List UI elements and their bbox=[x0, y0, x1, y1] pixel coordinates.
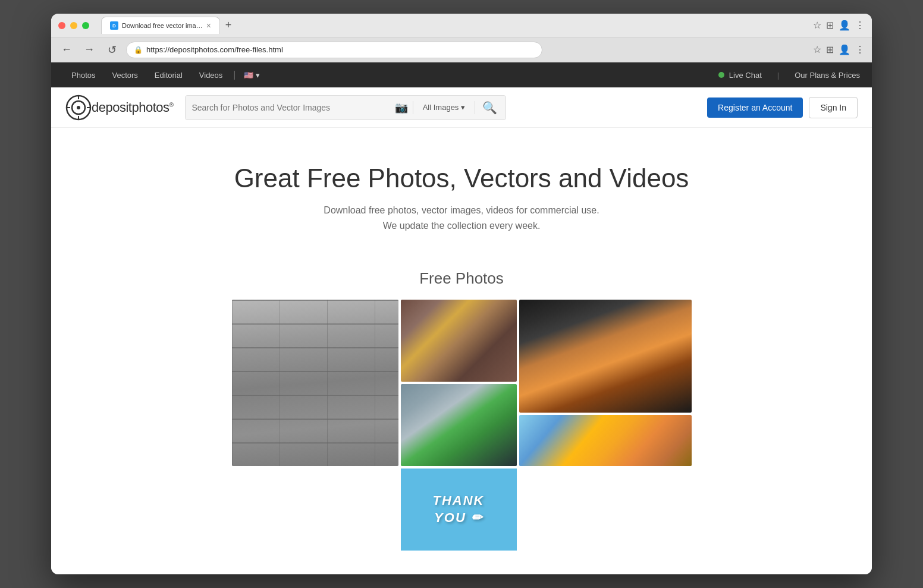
header-right: Register an Account Sign In bbox=[707, 97, 858, 118]
title-bar-actions: ☆ ⊞ 👤 ⋮ bbox=[813, 20, 865, 31]
camera-icon[interactable]: 📷 bbox=[395, 101, 408, 114]
svg-point-2 bbox=[77, 106, 80, 109]
tab-favicon: D bbox=[110, 21, 118, 30]
nav-videos[interactable]: Videos bbox=[191, 62, 231, 87]
layers-icon[interactable]: ⊞ bbox=[826, 20, 834, 31]
hero-title: Great Free Photos, Vectors and Videos bbox=[63, 163, 860, 193]
logo[interactable]: depositphotos® bbox=[65, 95, 173, 121]
address-actions: ☆ ⊞ 👤 ⋮ bbox=[813, 44, 865, 55]
profile-icon[interactable]: 👤 bbox=[839, 44, 850, 55]
search-divider-1 bbox=[413, 101, 413, 114]
search-bar[interactable]: 📷 All Images ▾ 🔍 bbox=[185, 95, 506, 120]
minimize-button[interactable] bbox=[70, 22, 77, 29]
search-button[interactable]: 🔍 bbox=[480, 100, 500, 115]
language-selector[interactable]: 🇺🇸 ▾ bbox=[238, 71, 266, 80]
site-header: depositphotos® 📷 All Images ▾ 🔍 Register… bbox=[51, 87, 872, 128]
menu-icon[interactable]: ⋮ bbox=[855, 20, 865, 31]
woman-image bbox=[401, 384, 517, 466]
photo-family[interactable] bbox=[519, 415, 692, 466]
nav-right: Live Chat | Our Plans & Prices bbox=[718, 62, 860, 87]
photo-coffee[interactable] bbox=[401, 300, 517, 382]
photo-stone-wall[interactable] bbox=[232, 300, 398, 466]
back-button[interactable]: ← bbox=[58, 42, 75, 58]
coffee-image bbox=[401, 300, 517, 382]
title-bar: D Download free vector images × + ☆ ⊞ 👤 … bbox=[51, 14, 872, 37]
bookmark-icon[interactable]: ☆ bbox=[813, 44, 821, 55]
forward-button[interactable]: → bbox=[81, 42, 98, 58]
free-photos-title: Free Photos bbox=[51, 269, 872, 288]
logo-icon bbox=[65, 95, 92, 121]
hero-section: Great Free Photos, Vectors and Videos Do… bbox=[51, 128, 872, 251]
thankyou-image: THANKYOU ✏ bbox=[433, 492, 485, 526]
live-chat-indicator bbox=[718, 72, 724, 78]
site-content: depositphotos® 📷 All Images ▾ 🔍 Register… bbox=[51, 87, 872, 574]
new-tab-button[interactable]: + bbox=[220, 17, 237, 34]
close-button[interactable] bbox=[58, 22, 65, 29]
flag-icon: 🇺🇸 bbox=[244, 71, 253, 80]
address-text: https://depositphotos.com/free-files.htm… bbox=[146, 45, 535, 54]
site-navigation: Photos Vectors Editorial Videos | 🇺🇸 ▾ L… bbox=[51, 62, 872, 87]
plans-prices-link[interactable]: Our Plans & Prices bbox=[786, 62, 860, 87]
search-input[interactable] bbox=[191, 103, 390, 112]
avatar-icon[interactable]: 👤 bbox=[839, 20, 850, 31]
tab-close-icon[interactable]: × bbox=[206, 21, 211, 30]
photo-soup[interactable] bbox=[519, 300, 692, 413]
register-account-button[interactable]: Register an Account bbox=[707, 98, 803, 118]
nav-editorial[interactable]: Editorial bbox=[146, 62, 191, 87]
nav-divider: | bbox=[233, 70, 236, 80]
search-type-dropdown[interactable]: All Images ▾ bbox=[418, 103, 470, 112]
refresh-button[interactable]: ↺ bbox=[103, 42, 120, 58]
photo-woman[interactable] bbox=[401, 384, 517, 466]
soup-image bbox=[519, 300, 692, 413]
maximize-button[interactable] bbox=[82, 22, 89, 29]
nav-photos[interactable]: Photos bbox=[63, 62, 103, 87]
nav-right-divider: | bbox=[777, 71, 779, 80]
extensions-icon[interactable]: ⊞ bbox=[826, 44, 834, 55]
hero-subtitle-line1: Download free photos, vector images, vid… bbox=[324, 205, 599, 215]
star-icon[interactable]: ☆ bbox=[813, 20, 821, 31]
search-dropdown-label: All Images bbox=[423, 103, 459, 112]
photo-grid: THANKYOU ✏ bbox=[51, 300, 872, 574]
nav-vectors[interactable]: Vectors bbox=[103, 62, 146, 87]
dropdown-arrow-icon: ▾ bbox=[461, 103, 465, 112]
hero-subtitle-line2: We update the collection every week. bbox=[383, 221, 541, 231]
photo-small-column: THANKYOU ✏ bbox=[401, 300, 517, 551]
flag-arrow: ▾ bbox=[256, 71, 260, 80]
tab-bar: D Download free vector images × + bbox=[101, 17, 808, 34]
address-bar-input[interactable]: 🔒 https://depositphotos.com/free-files.h… bbox=[126, 42, 542, 58]
stone-wall-image bbox=[232, 300, 398, 466]
photo-medium-column bbox=[519, 300, 692, 551]
address-bar: ← → ↺ 🔒 https://depositphotos.com/free-f… bbox=[51, 37, 872, 62]
photo-thankyou[interactable]: THANKYOU ✏ bbox=[401, 468, 517, 551]
signin-button[interactable]: Sign In bbox=[809, 97, 858, 118]
family-image bbox=[519, 415, 692, 466]
hero-subtitle: Download free photos, vector images, vid… bbox=[63, 203, 860, 233]
live-chat-link[interactable]: Live Chat bbox=[729, 62, 770, 87]
active-tab[interactable]: D Download free vector images × bbox=[101, 17, 220, 34]
search-divider-2 bbox=[475, 101, 475, 114]
lock-icon: 🔒 bbox=[134, 46, 143, 54]
more-icon[interactable]: ⋮ bbox=[855, 44, 865, 55]
tab-title: Download free vector images bbox=[122, 22, 203, 29]
logo-text: depositphotos® bbox=[92, 100, 173, 115]
browser-window: D Download free vector images × + ☆ ⊞ 👤 … bbox=[51, 14, 872, 574]
